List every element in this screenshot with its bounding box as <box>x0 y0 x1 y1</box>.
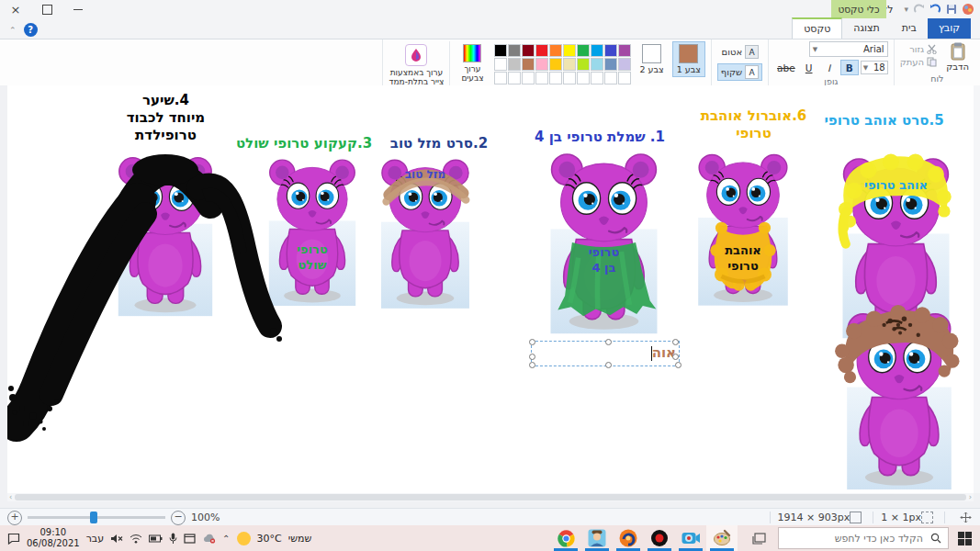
temperature-label[interactable]: 30°C <box>257 533 282 545</box>
taskbar-app-screen-recorder[interactable] <box>675 525 706 551</box>
taskbar-app-chrome[interactable] <box>550 525 581 551</box>
search-input[interactable] <box>785 532 925 545</box>
resize-handle[interactable] <box>529 339 535 345</box>
window-tray-icon[interactable] <box>184 534 196 544</box>
palette-empty-slot[interactable] <box>563 72 576 84</box>
undo-icon[interactable] <box>929 4 941 15</box>
resize-handle[interactable] <box>672 339 679 345</box>
action-center-icon[interactable] <box>7 533 20 545</box>
taskbar-app-recorder[interactable] <box>644 525 675 551</box>
font-size-select[interactable]: 18▼ <box>861 61 888 74</box>
color2-box[interactable]: צבע 2 <box>635 41 668 77</box>
qat-dropdown-icon[interactable]: ▾ <box>904 5 908 14</box>
palette-empty-slot[interactable] <box>494 72 507 84</box>
help-icon[interactable]: ? <box>24 23 38 37</box>
palette-color[interactable] <box>549 58 562 71</box>
palette-color[interactable] <box>591 44 603 57</box>
resize-handle[interactable] <box>672 354 679 360</box>
tab-view[interactable]: תצוגה <box>842 18 890 39</box>
palette-color[interactable] <box>591 58 603 71</box>
palette-empty-slot[interactable] <box>508 72 521 84</box>
start-button[interactable] <box>949 525 980 551</box>
palette-color[interactable] <box>604 44 617 57</box>
palette-empty-slot[interactable] <box>618 72 631 84</box>
palette-color[interactable] <box>577 44 590 57</box>
copy-button[interactable]: העתק <box>900 57 937 67</box>
color1-box[interactable]: צבע 1 <box>672 41 705 77</box>
taskbar-app-avatar-app[interactable] <box>581 525 613 551</box>
zoom-slider-thumb[interactable] <box>90 512 97 523</box>
redo-icon[interactable] <box>913 4 925 15</box>
resize-handle[interactable] <box>529 362 535 368</box>
collapse-ribbon-icon[interactable]: ⌃ <box>9 26 17 35</box>
palette-empty-slot[interactable] <box>535 72 548 84</box>
palette-color[interactable] <box>508 44 521 57</box>
edit-paint3d-button[interactable]: ערוך באמצעות צייר בתלת-ממד <box>389 41 450 86</box>
transparent-button[interactable]: A שקוף <box>717 63 762 81</box>
opaque-button[interactable]: A אטום <box>717 43 762 61</box>
horizontal-scrollbar[interactable]: ‹ › <box>7 493 974 501</box>
edit-colors-button[interactable]: ערוך צבעים <box>454 41 490 83</box>
weather-label[interactable]: שמשי <box>288 533 312 545</box>
palette-empty-slot[interactable] <box>591 72 603 84</box>
tray-expand-icon[interactable]: ⌃ <box>222 534 230 544</box>
tab-home[interactable]: בית <box>891 18 928 39</box>
microphone-icon[interactable] <box>169 533 177 545</box>
scroll-right-icon[interactable]: › <box>9 493 12 501</box>
taskbar-app-paint[interactable] <box>706 525 738 551</box>
font-family-select[interactable]: Arial▼ <box>809 41 888 57</box>
palette-color[interactable] <box>522 44 535 57</box>
taskbar-app-media-app[interactable] <box>613 525 644 551</box>
wifi-icon[interactable] <box>130 534 142 544</box>
tab-text[interactable]: טקסט <box>792 17 842 39</box>
resize-handle[interactable] <box>529 354 535 360</box>
active-text-box[interactable]: אוה <box>531 341 680 366</box>
palette-color[interactable] <box>508 58 521 71</box>
palette-empty-slot[interactable] <box>577 72 590 84</box>
drawing-canvas[interactable]: טרופיבן 41. שמלת טרופי בן 4מזל טוב2.סרט … <box>7 85 974 493</box>
paste-button[interactable]: הדבק <box>941 41 974 73</box>
close-icon[interactable]: × <box>0 0 31 18</box>
palette-color[interactable] <box>494 58 507 71</box>
resize-handle[interactable] <box>675 362 681 368</box>
onedrive-error-icon[interactable] <box>202 534 216 544</box>
palette-color[interactable] <box>535 58 548 71</box>
palette-empty-slot[interactable] <box>522 72 535 84</box>
palette-color[interactable] <box>618 44 631 57</box>
underline-button[interactable]: U <box>800 60 818 75</box>
palette-color[interactable] <box>563 44 576 57</box>
save-icon[interactable] <box>946 4 957 15</box>
palette-color[interactable] <box>577 58 590 71</box>
palette-color[interactable] <box>522 58 535 71</box>
palette-color[interactable] <box>618 58 631 71</box>
strikethrough-button[interactable]: abe <box>774 60 798 75</box>
bold-button[interactable]: B <box>840 60 859 75</box>
palette-color[interactable] <box>563 58 576 71</box>
task-view-button[interactable] <box>743 525 774 551</box>
resize-handle[interactable] <box>605 362 612 368</box>
zoom-slider[interactable] <box>28 516 165 519</box>
scroll-left-icon[interactable]: ‹ <box>969 493 972 501</box>
resize-handle[interactable] <box>605 339 612 345</box>
taskbar-clock[interactable]: 09:10 06/08/2021 <box>27 527 80 549</box>
vertical-scrollbar[interactable] <box>974 85 980 493</box>
volume-muted-icon[interactable] <box>110 534 123 544</box>
scroll-thumb[interactable] <box>15 494 966 500</box>
tab-file[interactable]: קובץ <box>928 18 971 39</box>
zoom-out-icon[interactable]: − <box>171 511 186 525</box>
cut-button[interactable]: גזור <box>900 44 937 54</box>
taskbar-search[interactable] <box>778 527 949 549</box>
palette-color[interactable] <box>494 44 507 57</box>
zoom-in-icon[interactable]: + <box>7 511 22 525</box>
language-indicator[interactable]: עבר <box>86 533 104 545</box>
italic-button[interactable]: I <box>820 60 839 75</box>
palette-color[interactable] <box>604 58 617 71</box>
palette-color[interactable] <box>549 44 562 57</box>
palette-empty-slot[interactable] <box>549 72 562 84</box>
minimize-icon[interactable] <box>62 0 94 18</box>
sun-icon[interactable] <box>237 532 251 545</box>
restore-icon[interactable] <box>31 0 62 18</box>
palette-color[interactable] <box>535 44 548 57</box>
battery-icon[interactable] <box>149 534 163 543</box>
palette-empty-slot[interactable] <box>604 72 617 84</box>
